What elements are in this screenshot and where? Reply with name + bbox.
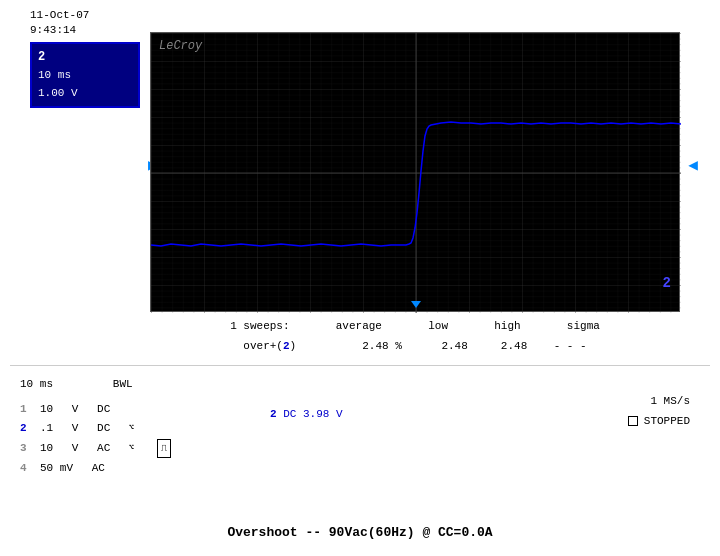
scope-screen: LeCroy [150,32,680,312]
main-container: 11-Oct-07 9:43:14 2 10 ms 1.00 V ▶ ◀ LeC… [0,0,720,556]
ch1-unit: V [72,400,79,419]
divider [10,365,710,366]
ch2-number: 2 [20,419,34,438]
stopped-label: STOPPED [644,415,690,427]
ch2-dc-ch-num: 2 [270,408,277,420]
ch3-row: 3 10 V AC ⌥ ⎍ [20,439,171,458]
ch2-coupling: DC [97,419,110,438]
sample-rate: 1 MS/s [650,395,690,407]
ch-info-channel: 2 [38,48,132,67]
timebase-row: 10 ms BWL [20,375,171,394]
ch-info-timebase: 10 ms [38,67,132,85]
source-label: over+( [243,340,283,352]
source-ch: 2 [283,340,290,352]
bwl-label: BWL [113,375,133,394]
main-title: Overshoot -- 90Vac(60Hz) @ CC=0.0A [0,525,720,540]
stop-square-icon [628,416,638,426]
average-label: average [336,320,382,332]
ch2-bw-icon: ⌥ [129,421,134,436]
ch-info-voltage: 1.00 V [38,85,132,103]
high-label: high [494,320,520,332]
sigma-val: - - - [554,340,587,352]
ch2-dc-info: 2 DC 3.98 V [270,408,343,420]
low-val: 2.48 [441,340,467,352]
ch3-number: 3 [20,439,34,458]
sweeps-label: 1 sweeps: [230,320,289,332]
time-label: 9:43:14 [30,23,89,38]
channel-settings: 10 ms BWL 1 10 V DC 2 .1 V DC ⌥ 3 10 [20,375,171,479]
sigma-label: sigma [567,320,600,332]
ch3-coupling: AC [97,439,110,458]
ch2-row: 2 .1 V DC ⌥ [20,419,171,438]
average-val: 2.48 % [362,340,402,352]
low-label: low [428,320,448,332]
ch1-row: 1 10 V DC [20,400,171,419]
ch4-row: 4 50 mV AC [20,459,171,478]
ch3-bw-icon: ⌥ [129,441,134,456]
ch1-voltage: 10 [40,400,53,419]
stopped-container: STOPPED [628,415,690,427]
timebase-val: 10 ms [20,375,53,394]
ch2-screen-label: 2 [663,275,671,291]
right-trigger-arrow: ◀ [688,155,698,175]
channel-info-box: 2 10 ms 1.00 V [30,42,140,108]
ch3-signal-box: ⎍ [157,439,171,458]
ch4-number: 4 [20,459,34,478]
stats-bar: 1 sweeps: average low high sigma over+(2… [150,318,680,355]
timestamp: 11-Oct-07 9:43:14 [30,8,89,39]
ch1-number: 1 [20,400,34,419]
source-close: ) [290,340,297,352]
ch1-coupling: DC [97,400,110,419]
ch2-dc-coupling: DC 3.98 V [283,408,342,420]
ch3-unit: V [72,439,79,458]
ch4-coupling: AC [92,459,105,478]
date-label: 11-Oct-07 [30,8,89,23]
scope-svg [151,33,681,313]
ch4-voltage: 50 mV [40,459,73,478]
ch2-voltage: .1 [40,419,53,438]
ch2-unit: V [72,419,79,438]
high-val: 2.48 [501,340,527,352]
ch3-voltage: 10 [40,439,53,458]
